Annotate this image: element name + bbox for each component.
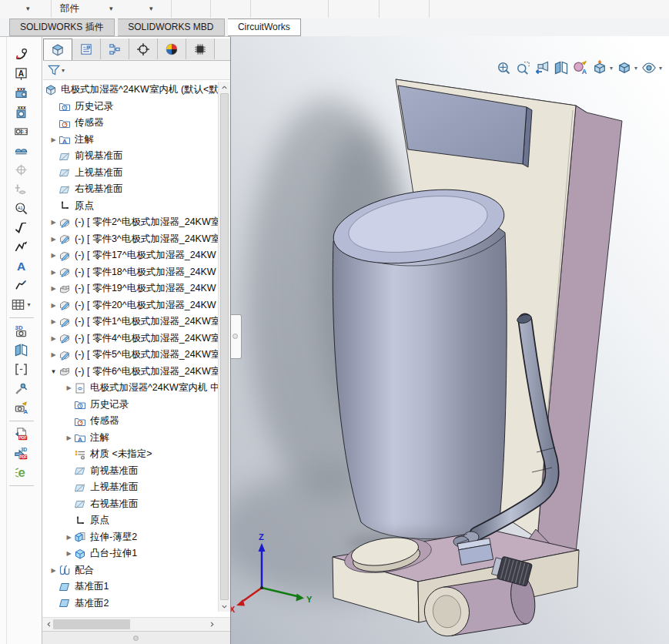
tree-row[interactable]: ▶(-) [ 零件20^电极式加湿器_24KW	[42, 297, 218, 314]
tree-row[interactable]: 原点	[42, 198, 218, 215]
tree-row[interactable]: ▶(-) [ 零件2^电极式加湿器_24KW室	[42, 214, 218, 231]
panel-collapse-handle[interactable]	[231, 314, 242, 359]
fm-tab-featuremanager-design-tree[interactable]	[43, 39, 72, 60]
tree-row[interactable]: ▶(-) [ 零件17^电极式加湿器_24KW	[42, 247, 218, 264]
tree-row[interactable]: ▶(-) [ 零件1^电极式加湿器_24KW室	[42, 314, 218, 330]
tree-row[interactable]: 基准面2	[42, 595, 218, 612]
fm-tab-circuitworks-tree[interactable]	[186, 39, 215, 59]
show-tolerance-status-button[interactable]	[5, 179, 37, 199]
expand-arrow-icon[interactable]: ▶	[49, 236, 59, 243]
expand-arrow-icon[interactable]: ▶	[64, 550, 74, 557]
graphics-viewport[interactable]: Z X Y A▾▾▾	[231, 36, 669, 644]
balloon-button[interactable]: A1	[5, 199, 37, 218]
basic-dimension-button[interactable]: xxx	[5, 83, 37, 102]
tree-row[interactable]: ▶(-) [ 零件19^电极式加湿器_24KW	[42, 280, 218, 297]
geometric-tolerance-button[interactable]	[5, 141, 37, 160]
tree-row[interactable]: ▶A注解	[42, 132, 218, 149]
annotation-probe-button[interactable]	[5, 379, 37, 398]
export-3d-pdf-button[interactable]: 3DPDF	[5, 444, 37, 463]
view-orientation-button[interactable]	[590, 59, 610, 77]
tree-vertical-scrollbar[interactable]	[218, 82, 230, 612]
filter-button[interactable]: ▾	[47, 63, 65, 77]
toolbar-dropdown-caret[interactable]: ▾	[109, 5, 113, 12]
general-table-button[interactable]: ▾	[5, 295, 37, 314]
surface-finish-button[interactable]	[5, 218, 37, 237]
scroll-down-button[interactable]	[219, 601, 230, 612]
model-3d-view[interactable]: Z X Y	[231, 36, 669, 644]
edit-appearance-button[interactable]: A	[571, 59, 590, 77]
dropdown-caret-icon[interactable]: ▾	[27, 301, 30, 308]
tree-row[interactable]: 电极式加湿器^24KW室内机 (默认<默	[42, 82, 218, 99]
zoom-to-area-button[interactable]	[513, 59, 533, 77]
tree-row[interactable]: ▶电极式加湿器^24KW室内机 中	[42, 380, 218, 397]
tree-horizontal-scrollbar[interactable]	[42, 617, 230, 631]
tree-row[interactable]: ▶拉伸-薄壁2	[42, 529, 218, 546]
multi-jog-leader-button[interactable]	[5, 276, 37, 295]
tab-circuitworks[interactable]: CircuitWorks	[228, 18, 301, 36]
publish-3d-pdf-button[interactable]: PDF	[5, 424, 37, 444]
fm-tab-dimxpertmanager[interactable]	[129, 39, 158, 59]
tree-row[interactable]: 上视基准面	[42, 165, 218, 182]
tree-row[interactable]: 传感器	[42, 413, 218, 430]
tree-row[interactable]: 上视基准面	[42, 479, 218, 496]
tree-row[interactable]: 前视基准面	[42, 463, 218, 480]
expand-arrow-icon[interactable]: ▶	[49, 269, 59, 276]
tab-solidworks-mbd[interactable]: SOLIDWORKS MBD	[118, 18, 224, 36]
note-button[interactable]: A	[5, 64, 37, 83]
scrollbar-thumb[interactable]	[220, 93, 229, 600]
zoom-to-fit-button[interactable]	[494, 59, 513, 77]
tree-row[interactable]: ▶A注解	[42, 430, 218, 447]
expand-arrow-icon[interactable]: ▶	[64, 434, 74, 441]
fm-tab-propertymanager[interactable]	[72, 39, 101, 59]
section-view-button[interactable]	[552, 59, 571, 77]
text-note-button[interactable]: A	[5, 257, 37, 276]
tree-row[interactable]: 材质 <未指定>	[42, 446, 218, 463]
scroll-right-button[interactable]	[206, 618, 218, 631]
tree-row[interactable]: 历史记录	[42, 99, 218, 116]
auto-dimension-button[interactable]	[5, 45, 37, 64]
expand-arrow-icon[interactable]: ▶	[49, 318, 59, 325]
dropdown-caret-icon[interactable]: ▾	[634, 65, 637, 72]
dynamic-section-button[interactable]	[5, 340, 37, 360]
toolbar-dropdown-caret[interactable]: ▾	[26, 5, 30, 12]
tree-row[interactable]: ▶配合	[42, 562, 218, 579]
tree-row[interactable]: 基准面1	[42, 579, 218, 595]
expand-arrow-icon[interactable]: ▶	[49, 567, 59, 574]
scrollbar-thumb[interactable]	[53, 619, 130, 629]
expand-arrow-icon[interactable]: ▶	[49, 219, 59, 226]
tab-solidworks-addins[interactable]: SOLIDWORKS 插件	[9, 18, 115, 36]
expand-arrow-icon[interactable]: ▶	[64, 534, 74, 541]
expand-arrow-icon[interactable]: ▶	[49, 302, 59, 309]
tree-row[interactable]: ▶凸台-拉伸1	[42, 545, 218, 562]
compare-documents-button[interactable]	[5, 360, 37, 379]
fm-tab-displaymanager[interactable]	[158, 39, 186, 59]
tree-row[interactable]: ▶(-) [ 零件4^电极式加湿器_24KW室	[42, 330, 218, 347]
capture-3d-view-button[interactable]: A	[5, 398, 37, 418]
weld-symbol-button[interactable]	[5, 237, 37, 257]
expand-arrow-icon[interactable]: ▶	[49, 351, 59, 358]
tree-row[interactable]: ▶(-) [ 零件3^电极式加湿器_24KW室	[42, 231, 218, 248]
tolerance-precision-button[interactable]: 0.3	[5, 122, 37, 141]
water-tank[interactable]	[328, 179, 509, 538]
dropdown-caret-icon[interactable]: ▾	[610, 65, 613, 72]
fm-tab-configurationmanager[interactable]	[101, 39, 129, 59]
publish-edrawings-button[interactable]: e	[5, 463, 37, 482]
tree-row[interactable]: ▶(-) [ 零件5^电极式加湿器_24KW室	[42, 347, 218, 364]
hide-show-items-button[interactable]	[640, 59, 659, 77]
dropdown-caret-icon[interactable]: ▾	[659, 65, 662, 72]
datum-target-button[interactable]: xxx	[5, 102, 37, 122]
expand-arrow-icon[interactable]: ▶	[49, 252, 59, 259]
datum-feature-button[interactable]	[5, 160, 37, 179]
expand-arrow-icon[interactable]: ▶	[49, 285, 59, 292]
tree-row[interactable]: ▼(-) [ 零件6^电极式加湿器_24KW室	[42, 364, 218, 381]
tree-row[interactable]: 历史记录	[42, 397, 218, 414]
panel-splitter[interactable]	[42, 631, 230, 644]
tree-row[interactable]: 原点	[42, 512, 218, 529]
dropdown-caret-icon[interactable]: ▾	[62, 67, 65, 74]
scroll-up-button[interactable]	[219, 82, 230, 92]
display-style-button[interactable]	[615, 59, 634, 77]
expand-arrow-icon[interactable]: ▶	[49, 335, 59, 342]
tree-row[interactable]: ▶(-) [ 零件18^电极式加湿器_24KW	[42, 264, 218, 281]
tree-row[interactable]: 前视基准面	[42, 148, 218, 165]
expand-arrow-icon[interactable]: ▶	[64, 384, 74, 391]
